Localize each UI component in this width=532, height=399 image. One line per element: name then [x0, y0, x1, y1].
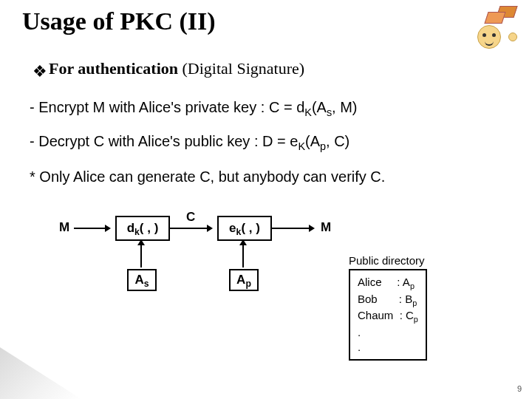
arrow-icon [170, 228, 211, 229]
arrow-up-icon [140, 241, 142, 267]
public-directory-box: Alice : Ap Bob : Bp Chaum : Cp . . [349, 269, 427, 361]
dir-row: Bob : Bp [358, 292, 418, 309]
box-as: As [127, 269, 157, 291]
box-ap: Ap [229, 269, 259, 291]
dir-row: . [358, 340, 418, 355]
box-dk: dk( , ) [115, 216, 170, 241]
dir-row: Chaum : Cp [358, 308, 418, 325]
arrow-up-icon [242, 241, 244, 267]
subtitle-lead: For authentication [49, 59, 178, 78]
arrow-icon [272, 228, 313, 229]
box-ek: ek( , ) [217, 216, 272, 241]
bullet-decrypt: - Decrypt C with Alice's public key : D … [30, 133, 349, 152]
flow-diagram: M dk( , ) C ek( , ) M As Ap [59, 214, 399, 310]
bullet-encrypt: - Encrypt M with Alice's private key : C… [30, 99, 358, 118]
bullet-note: * Only Alice can generate C, but anybody… [30, 168, 385, 185]
slide-title: Usage of PKC (II) [22, 7, 216, 35]
label-c: C [186, 210, 195, 225]
cartoon-icon [461, 4, 519, 55]
dir-row: . [358, 325, 418, 340]
public-directory-label: Public directory [349, 254, 425, 267]
page-number: 9 [517, 384, 522, 393]
decorative-wedge [0, 347, 81, 399]
arrow-icon [74, 228, 109, 229]
label-m-in: M [59, 220, 69, 235]
subtitle: For authentication (Digital Signature) [49, 59, 304, 78]
bullet-icon: ❖ [33, 62, 47, 81]
label-m-out: M [321, 220, 331, 235]
subtitle-rest: (Digital Signature) [178, 59, 304, 78]
dir-row: Alice : Ap [358, 275, 418, 292]
